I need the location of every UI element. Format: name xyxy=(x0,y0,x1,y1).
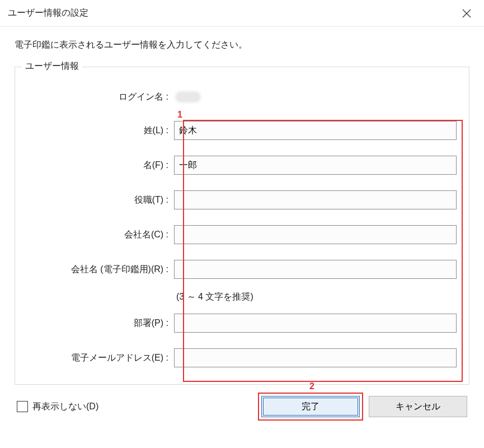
company-input[interactable] xyxy=(174,225,457,244)
company-stamp-input[interactable] xyxy=(174,260,457,279)
row-login: ログイン名 : xyxy=(25,83,459,111)
ok-button[interactable]: 完了 xyxy=(261,396,360,417)
row-stamp-hint: (3 ～ 4 文字を推奨) xyxy=(25,283,459,307)
row-surname: 姓(L) : xyxy=(25,116,459,144)
checkbox-box-icon xyxy=(17,401,28,412)
row-email: 電子メールアドレス(E) : xyxy=(25,344,459,372)
close-icon xyxy=(462,9,471,18)
fieldset-legend: ユーザー情報 xyxy=(22,60,82,72)
close-button[interactable] xyxy=(454,3,480,24)
label-department: 部署(P) : xyxy=(25,318,174,329)
annotation-2: 2 xyxy=(309,381,314,391)
login-value-redacted xyxy=(175,91,201,102)
label-company: 会社名(C) : xyxy=(25,229,174,241)
title-input[interactable] xyxy=(174,190,457,209)
row-department: 部署(P) : xyxy=(25,309,459,337)
user-info-fieldset: ユーザー情報 1 ログイン名 : 姓(L) : 名(F) : xyxy=(15,67,469,385)
given-input[interactable] xyxy=(174,156,457,175)
surname-input[interactable] xyxy=(174,121,457,140)
row-given: 名(F) : xyxy=(25,151,459,179)
dialog-description: 電子印鑑に表示されるユーザー情報を入力してください。 xyxy=(15,39,469,51)
titlebar: ユーザー情報の設定 xyxy=(0,0,484,27)
dialog-footer: 再表示しない(D) 2 完了 キャンセル xyxy=(15,396,469,417)
row-company: 会社名(C) : xyxy=(25,221,459,249)
email-input[interactable] xyxy=(174,348,457,367)
row-title: 役職(T) : xyxy=(25,186,459,214)
row-company-stamp: 会社名 (電子印鑑用)(R) : xyxy=(25,255,459,283)
label-email: 電子メールアドレス(E) : xyxy=(25,352,174,364)
dialog-title: ユーザー情報の設定 xyxy=(8,7,88,19)
checkbox-label: 再表示しない(D) xyxy=(32,401,98,413)
label-surname: 姓(L) : xyxy=(25,125,174,137)
label-title: 役職(T) : xyxy=(25,194,174,206)
dont-show-again-checkbox[interactable]: 再表示しない(D) xyxy=(17,401,98,413)
label-company-stamp: 会社名 (電子印鑑用)(R) : xyxy=(25,264,174,276)
department-input[interactable] xyxy=(174,314,457,333)
stamp-hint: (3 ～ 4 文字を推奨) xyxy=(174,292,253,301)
annotation-1: 1 xyxy=(177,110,182,120)
label-given: 名(F) : xyxy=(25,160,174,171)
label-login: ログイン名 : xyxy=(25,91,174,103)
cancel-button[interactable]: キャンセル xyxy=(369,396,467,417)
